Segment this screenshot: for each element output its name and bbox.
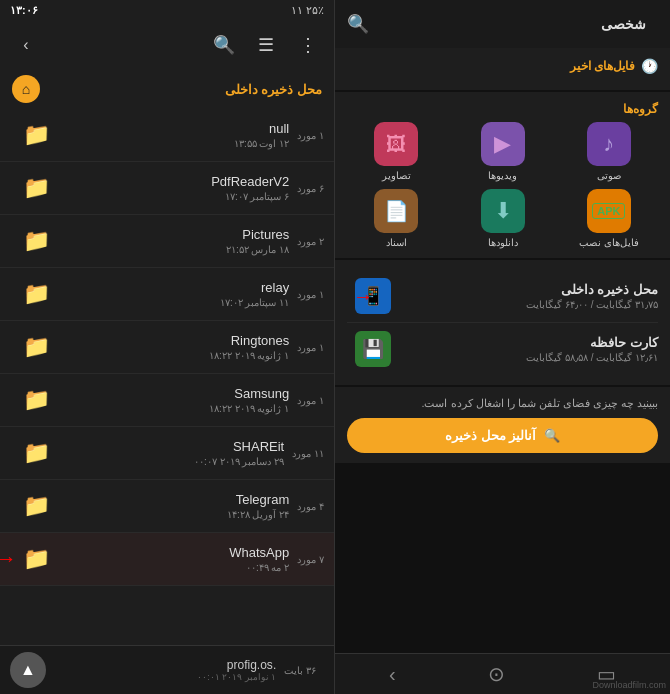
list-item[interactable]: ۱۱ مورد SHAREit ۲۹ دسامبر ۲۰۱۹ ۰۰:۰۷ 📁 <box>0 427 334 480</box>
folder-icon: 📁 <box>18 276 54 312</box>
analyze-btn-icon: 🔍 <box>544 428 560 443</box>
sdcard-icon: 💾 <box>362 338 384 360</box>
file-info: PdfReaderV2 ۶ سپتامبر ۱۷:۰۷ <box>54 174 289 202</box>
file-name: Samsung <box>54 386 289 401</box>
analyze-text: ببینید چه چیزی فضای تلفن شما را اشغال کر… <box>347 397 658 410</box>
up-button[interactable]: ▲ <box>10 652 46 688</box>
list-icon[interactable]: ☰ <box>250 29 282 61</box>
list-item[interactable]: ۲ مورد Pictures ۱۸ مارس ۲۱:۵۲ 📁 <box>0 215 334 268</box>
docs-icon: 📄 <box>384 199 409 223</box>
bottom-count: ۳۶ بایت <box>284 665 316 676</box>
group-item-docs[interactable]: 📄 اسناد <box>347 189 445 248</box>
red-arrow-whatsapp: → <box>0 546 17 572</box>
analyze-btn-label: آنالیز محل ذخیره <box>445 428 536 443</box>
sdcard-storage-name: کارت حافظه <box>391 335 658 350</box>
nav-back-icon[interactable]: ‹ <box>389 663 396 686</box>
list-item[interactable]: ۴ مورد Telegram ۲۴ آوریل ۱۴:۲۸ 📁 <box>0 480 334 533</box>
file-meta: ۱۲ اوت ۱۳:۵۵ <box>54 138 289 149</box>
home-icon[interactable]: ⌂ <box>12 75 40 103</box>
internal-storage-sub: ۳۱٫۷۵ گیگابایت / ۶۴٫۰۰ گیگابایت <box>391 299 658 310</box>
right-panel: شخصی 🔍 🕐 فایل‌های اخیر گروه‌ها ♪ صوتی ▶ <box>335 0 670 694</box>
folder-icon: 📁 <box>18 223 54 259</box>
list-item-whatsapp[interactable]: → ۷ مورد WhatsApp ۲ مه ۰۰:۴۹ 📁 <box>0 533 334 586</box>
folder-icon: 📁 <box>18 488 54 524</box>
file-info: Pictures ۱۸ مارس ۲۱:۵۲ <box>54 227 289 255</box>
file-meta: ۲۴ آوریل ۱۴:۲۸ <box>54 509 289 520</box>
groups-section: گروه‌ها ♪ صوتی ▶ ویدیوها 🖼 تصاویر <box>335 92 670 258</box>
sdcard-storage-item[interactable]: کارت حافظه ۱۲٫۶۱ گیگابایت / ۵۸٫۵۸ گیگابا… <box>347 323 658 375</box>
file-count: ۱ مورد <box>297 289 324 300</box>
file-list: ۱ مورد null ۱۲ اوت ۱۳:۵۵ 📁 ۶ مورد PdfRea… <box>0 109 334 645</box>
file-meta: ۶ سپتامبر ۱۷:۰۷ <box>54 191 289 202</box>
group-item-downloads[interactable]: ⬇ دانلودها <box>453 189 551 248</box>
list-item[interactable]: ۱ مورد null ۱۲ اوت ۱۳:۵۵ 📁 <box>0 109 334 162</box>
recent-title-text: فایل‌های اخیر <box>570 59 635 73</box>
red-arrow-storage: → <box>353 285 373 308</box>
groups-grid: ♪ صوتی ▶ ویدیوها 🖼 تصاویر APK <box>347 122 658 248</box>
group-item-apk[interactable]: APK فایل‌های نصب <box>560 189 658 248</box>
groups-title-text: گروه‌ها <box>623 102 658 116</box>
file-info: SHAREit ۲۹ دسامبر ۲۰۱۹ ۰۰:۰۷ <box>54 439 284 467</box>
toolbar: ⋮ ☰ 🔍 › <box>0 21 334 69</box>
analyze-section: ببینید چه چیزی فضای تلفن شما را اشغال کر… <box>335 387 670 463</box>
internal-storage-item[interactable]: → محل ذخیره داخلی ۳۱٫۷۵ گیگابایت / ۶۴٫۰۰… <box>347 270 658 323</box>
group-item-video[interactable]: ▶ ویدیوها <box>453 122 551 181</box>
file-count: ۱ مورد <box>297 342 324 353</box>
file-name: SHAREit <box>54 439 284 454</box>
right-title: شخصی <box>589 8 658 40</box>
file-name: relay <box>54 280 289 295</box>
list-item[interactable]: ۶ مورد PdfReaderV2 ۶ سپتامبر ۱۷:۰۷ 📁 <box>0 162 334 215</box>
sdcard-storage-info: کارت حافظه ۱۲٫۶۱ گیگابایت / ۵۸٫۵۸ گیگابا… <box>391 335 658 363</box>
downloads-icon: ⬇ <box>494 198 512 224</box>
breadcrumb: محل ذخیره داخلی ⌂ <box>0 69 334 109</box>
downloads-icon-box: ⬇ <box>481 189 525 233</box>
file-meta: ۲۹ دسامبر ۲۰۱۹ ۰۰:۰۷ <box>54 456 284 467</box>
file-count: ۲ مورد <box>297 236 324 247</box>
bottom-file-item: ۳۶ بایت .profig.os ۱ نوامبر ۲۰۱۹ ۰۰:۰۱ <box>46 658 316 682</box>
search-icon[interactable]: 🔍 <box>208 29 240 61</box>
file-info: relay ۱۱ سپتامبر ۱۷:۰۲ <box>54 280 289 308</box>
apk-icon: APK <box>592 203 625 219</box>
images-icon: 🖼 <box>386 133 406 156</box>
folder-icon: 📁 <box>18 329 54 365</box>
internal-storage-info: محل ذخیره داخلی ۳۱٫۷۵ گیگابایت / ۶۴٫۰۰ گ… <box>391 282 658 310</box>
audio-label: صوتی <box>597 170 621 181</box>
file-info: null ۱۲ اوت ۱۳:۵۵ <box>54 121 289 149</box>
bottom-file-name: .profig.os <box>46 658 276 672</box>
right-search-icon[interactable]: 🔍 <box>347 13 369 35</box>
list-item[interactable]: ۱ مورد Samsung ۱ ژانویه ۲۰۱۹ ۱۸:۲۲ 📁 <box>0 374 334 427</box>
group-item-audio[interactable]: ♪ صوتی <box>560 122 658 181</box>
status-bar: ۲۵٪ ۱۱ ۱۳:۰۶ <box>0 0 334 21</box>
file-name: WhatsApp <box>54 545 289 560</box>
file-meta: ۱ ژانویه ۲۰۱۹ ۱۸:۲۲ <box>54 403 289 414</box>
breadcrumb-text: محل ذخیره داخلی <box>225 82 322 97</box>
file-info: Samsung ۱ ژانویه ۲۰۱۹ ۱۸:۲۲ <box>54 386 289 414</box>
sdcard-storage-icon: 💾 <box>355 331 391 367</box>
status-left-icons: ۲۵٪ ۱۱ <box>291 4 324 17</box>
forward-arrow-icon[interactable]: › <box>10 29 42 61</box>
file-meta: ۲ مه ۰۰:۴۹ <box>54 562 289 573</box>
file-count: ۴ مورد <box>297 501 324 512</box>
list-item-relay[interactable]: ۱ مورد relay ۱۱ سپتامبر ۱۷:۰۲ 📁 <box>0 268 334 321</box>
nav-home-icon[interactable]: ⊙ <box>488 662 505 686</box>
group-item-images[interactable]: 🖼 تصاویر <box>347 122 445 181</box>
dots-icon[interactable]: ⋮ <box>292 29 324 61</box>
recent-section-title: 🕐 فایل‌های اخیر <box>347 58 658 74</box>
file-name: Telegram <box>54 492 289 507</box>
docs-label: اسناد <box>386 237 407 248</box>
analyze-button[interactable]: 🔍 آنالیز محل ذخیره <box>347 418 658 453</box>
list-item[interactable]: ۱ مورد Ringtones ۱ ژانویه ۲۰۱۹ ۱۸:۲۲ 📁 <box>0 321 334 374</box>
left-panel: ۲۵٪ ۱۱ ۱۳:۰۶ ⋮ ☰ 🔍 › محل ذخیره داخلی ⌂ ۱… <box>0 0 335 694</box>
internal-storage-name: محل ذخیره داخلی <box>391 282 658 297</box>
apk-label-text: فایل‌های نصب <box>579 237 639 248</box>
file-count: ۱۱ مورد <box>292 448 324 459</box>
file-count: ۶ مورد <box>297 183 324 194</box>
images-label: تصاویر <box>382 170 411 181</box>
bottom-bar: ۳۶ بایت .profig.os ۱ نوامبر ۲۰۱۹ ۰۰:۰۱ ▲ <box>0 645 334 694</box>
folder-icon: 📁 <box>18 382 54 418</box>
video-icon-box: ▶ <box>481 122 525 166</box>
sdcard-storage-sub: ۱۲٫۶۱ گیگابایت / ۵۸٫۵۸ گیگابایت <box>391 352 658 363</box>
audio-icon: ♪ <box>603 131 614 157</box>
folder-icon: 📁 <box>18 435 54 471</box>
video-label: ویدیوها <box>488 170 517 181</box>
